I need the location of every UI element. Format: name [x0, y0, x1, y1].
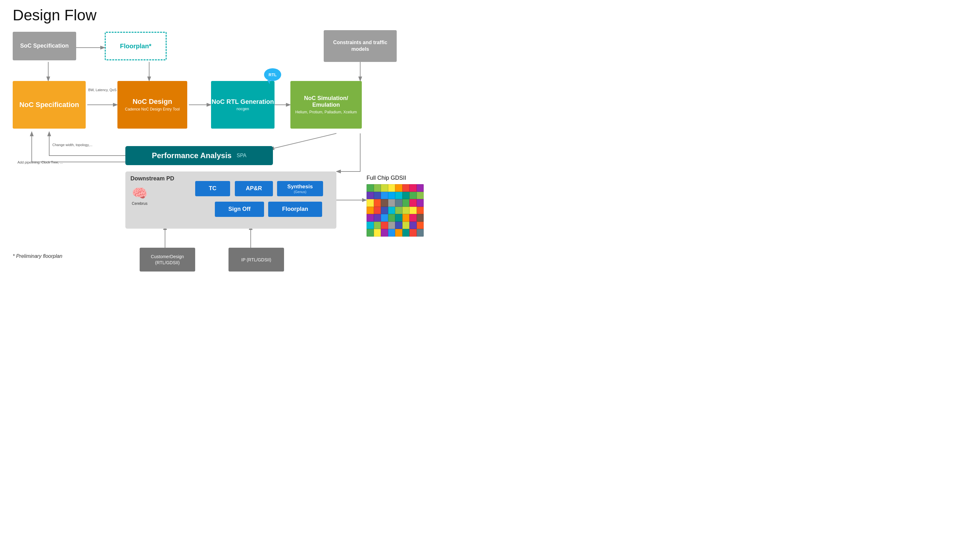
soc-spec-label: SoC Specification: [20, 42, 68, 49]
page-title: Design Flow: [13, 7, 96, 24]
cerebrus-icon: 🧠: [132, 186, 148, 201]
noc-sim-subtitle: Helium, Protium, Palladium, Xcelium: [295, 110, 357, 115]
customer-design-box: CustomerDesign (RTL/GDSII): [140, 248, 195, 272]
noc-design-subtitle: Cadence NoC Design Entry Tool: [125, 107, 180, 112]
floorplan2-box: Floorplan: [268, 202, 322, 217]
floorplan2-label: Floorplan: [282, 206, 308, 213]
soc-spec-box: SoC Specification: [13, 32, 76, 60]
synthesis-box: Synthesis (Genus): [277, 181, 323, 196]
noc-rtl-subtitle: nocgen: [237, 107, 249, 112]
ip-box: IP (RTL/GDSII): [229, 248, 284, 272]
apar-box: AP&R: [235, 181, 273, 196]
full-chip-label: Full Chip GDSII: [367, 175, 406, 181]
synthesis-subtitle: (Genus): [294, 190, 307, 194]
constraints-box: Constraints and traffic models: [324, 30, 397, 62]
add-pipelining-label: Add pipelining, Clock Tree, ...: [18, 160, 63, 164]
noc-design-label: NoC Design: [133, 98, 172, 106]
floorplan-star-label: Floorplan*: [120, 42, 151, 50]
svg-line-9: [270, 134, 336, 149]
bw-latency-label: BW, Latency, QoS: [88, 87, 117, 93]
floorplan-star-box: Floorplan*: [105, 32, 167, 60]
noc-rtl-label: NoC RTL Generation: [212, 98, 274, 106]
tc-label: TC: [209, 185, 216, 192]
apar-label: AP&R: [246, 185, 262, 192]
signoff-box: Sign Off: [215, 202, 264, 217]
noc-spec-box: NoC Specification: [13, 81, 86, 129]
downstream-pd-box: Downstream PD 🧠 Cerebrus TC AP&R Synthes…: [125, 171, 336, 229]
downstream-label: Downstream PD: [130, 175, 174, 182]
ip-label: IP (RTL/GDSII): [241, 257, 271, 262]
perf-analysis-label: Performance Analysis: [152, 151, 231, 160]
synthesis-label: Synthesis: [287, 184, 313, 190]
perf-analysis-badge: SPA: [237, 153, 247, 158]
tc-box: TC: [195, 181, 230, 196]
chip-image: [367, 184, 423, 236]
perf-analysis-box: Performance Analysis SPA: [125, 146, 273, 165]
noc-rtl-box: NoC RTL Generation nocgen: [211, 81, 274, 129]
preliminary-note: * Preliminary floorplan: [13, 253, 63, 259]
noc-sim-label: NoC Simulation/ Emulation: [290, 95, 362, 109]
constraints-label: Constraints and traffic models: [324, 39, 397, 53]
signoff-label: Sign Off: [229, 206, 251, 213]
noc-sim-box: NoC Simulation/ Emulation Helium, Protiu…: [290, 81, 362, 129]
change-width-label: Change width, topology,...: [52, 143, 92, 147]
noc-spec-label: NoC Specification: [19, 101, 79, 109]
noc-design-box: NoC Design Cadence NoC Design Entry Tool: [117, 81, 187, 129]
rtl-bubble: RTL: [264, 68, 281, 81]
customer-design-label: CustomerDesign (RTL/GDSII): [140, 254, 195, 265]
cerebrus-label: Cerebrus: [132, 201, 147, 206]
